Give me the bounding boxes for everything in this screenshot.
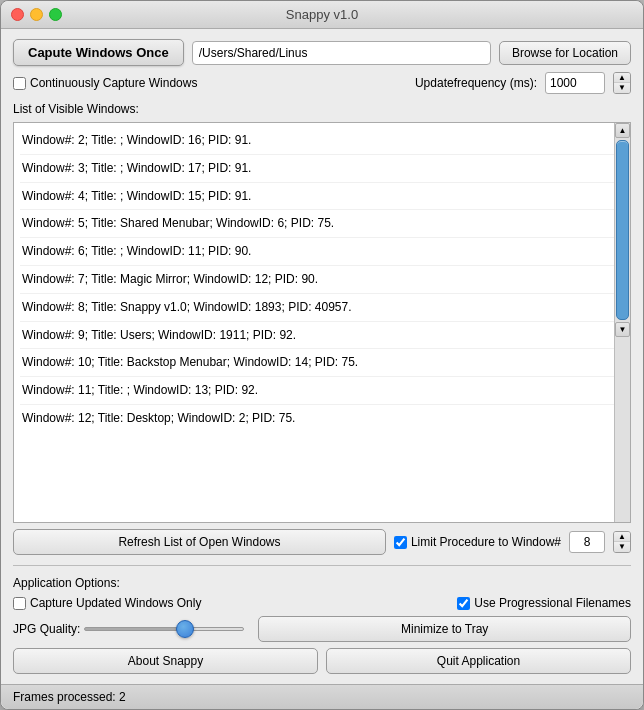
- list-label: List of Visible Windows:: [13, 102, 631, 116]
- windows-list: Window#: 2; Title: ; WindowID: 16; PID: …: [14, 123, 630, 436]
- capture-updated-label[interactable]: Capture Updated Windows Only: [13, 596, 201, 610]
- limit-label-text: Limit Procedure to Window#: [411, 535, 561, 549]
- browse-button[interactable]: Browse for Location: [499, 41, 631, 65]
- list-item[interactable]: Window#: 2; Title: ; WindowID: 16; PID: …: [20, 127, 624, 155]
- freq-stepper[interactable]: ▲ ▼: [613, 72, 631, 94]
- limit-checkbox-label[interactable]: Limit Procedure to Window#: [394, 535, 561, 549]
- scrollbar-track[interactable]: ▲ ▼: [614, 123, 630, 522]
- close-button[interactable]: [11, 8, 24, 21]
- app-options-row-2: JPG Quality: Minimize to Tray: [13, 616, 631, 642]
- continuous-capture-label[interactable]: Continuously Capture Windows: [13, 76, 197, 90]
- capture-updated-checkbox[interactable]: [13, 597, 26, 610]
- options-row: Continuously Capture Windows Updatefrequ…: [13, 72, 631, 94]
- list-item[interactable]: Window#: 7; Title: Magic Mirror; WindowI…: [20, 266, 624, 294]
- main-window: Snappy v1.0 Capute Windows Once Browse f…: [0, 0, 644, 710]
- scrollbar-up-arrow[interactable]: ▲: [615, 123, 630, 138]
- list-item[interactable]: Window#: 9; Title: Users; WindowID: 1911…: [20, 322, 624, 350]
- app-options-grid: Capture Updated Windows Only Use Progres…: [13, 596, 631, 674]
- main-content: Capute Windows Once Browse for Location …: [1, 29, 643, 684]
- maximize-button[interactable]: [49, 8, 62, 21]
- limit-window-num-input[interactable]: [569, 531, 605, 553]
- divider: [13, 565, 631, 566]
- list-item[interactable]: Window#: 4; Title: ; WindowID: 15; PID: …: [20, 183, 624, 211]
- titlebar: Snappy v1.0: [1, 1, 643, 29]
- frames-processed: Frames processed: 2: [13, 690, 126, 704]
- jpg-quality-slider[interactable]: [84, 627, 244, 631]
- list-item[interactable]: Window#: 8; Title: Snappy v1.0; WindowID…: [20, 294, 624, 322]
- quit-button[interactable]: Quit Application: [326, 648, 631, 674]
- about-button[interactable]: About Snappy: [13, 648, 318, 674]
- app-options-label: Application Options:: [13, 576, 631, 590]
- continuous-capture-checkbox[interactable]: [13, 77, 26, 90]
- use-progressive-label[interactable]: Use Progressional Filenames: [457, 596, 631, 610]
- list-item[interactable]: Window#: 5; Title: Shared Menubar; Windo…: [20, 210, 624, 238]
- list-item[interactable]: Window#: 3; Title: ; WindowID: 17; PID: …: [20, 155, 624, 183]
- stepper-up-button[interactable]: ▲: [614, 73, 630, 83]
- limit-stepper[interactable]: ▲ ▼: [613, 531, 631, 553]
- path-input[interactable]: [192, 41, 491, 65]
- capture-button[interactable]: Capute Windows Once: [13, 39, 184, 66]
- top-row: Capute Windows Once Browse for Location: [13, 39, 631, 66]
- limit-stepper-up[interactable]: ▲: [614, 532, 630, 542]
- limit-stepper-down[interactable]: ▼: [614, 542, 630, 552]
- refresh-button[interactable]: Refresh List of Open Windows: [13, 529, 386, 555]
- windows-list-container[interactable]: Window#: 2; Title: ; WindowID: 16; PID: …: [13, 122, 631, 523]
- jpg-quality-label: JPG Quality:: [13, 622, 80, 636]
- stepper-down-button[interactable]: ▼: [614, 83, 630, 93]
- refresh-row: Refresh List of Open Windows Limit Proce…: [13, 529, 631, 555]
- list-item[interactable]: Window#: 10; Title: Backstop Menubar; Wi…: [20, 349, 624, 377]
- list-item[interactable]: Window#: 12; Title: Desktop; WindowID: 2…: [20, 405, 624, 432]
- minimize-tray-button[interactable]: Minimize to Tray: [258, 616, 631, 642]
- list-item[interactable]: Window#: 6; Title: ; WindowID: 11; PID: …: [20, 238, 624, 266]
- jpg-quality-container: JPG Quality:: [13, 622, 244, 636]
- window-title: Snappy v1.0: [286, 7, 358, 22]
- window-controls: [11, 8, 62, 21]
- minimize-button[interactable]: [30, 8, 43, 21]
- scrollbar-thumb[interactable]: [616, 140, 629, 320]
- limit-checkbox[interactable]: [394, 536, 407, 549]
- update-freq-input[interactable]: [545, 72, 605, 94]
- scrollbar-down-arrow[interactable]: ▼: [615, 322, 630, 337]
- bottom-row: About Snappy Quit Application: [13, 648, 631, 674]
- use-progressive-checkbox[interactable]: [457, 597, 470, 610]
- app-options-row-1: Capture Updated Windows Only Use Progres…: [13, 596, 631, 610]
- status-bar: Frames processed: 2: [1, 684, 643, 709]
- update-freq-label: Updatefrequency (ms):: [415, 76, 537, 90]
- list-item[interactable]: Window#: 11; Title: ; WindowID: 13; PID:…: [20, 377, 624, 405]
